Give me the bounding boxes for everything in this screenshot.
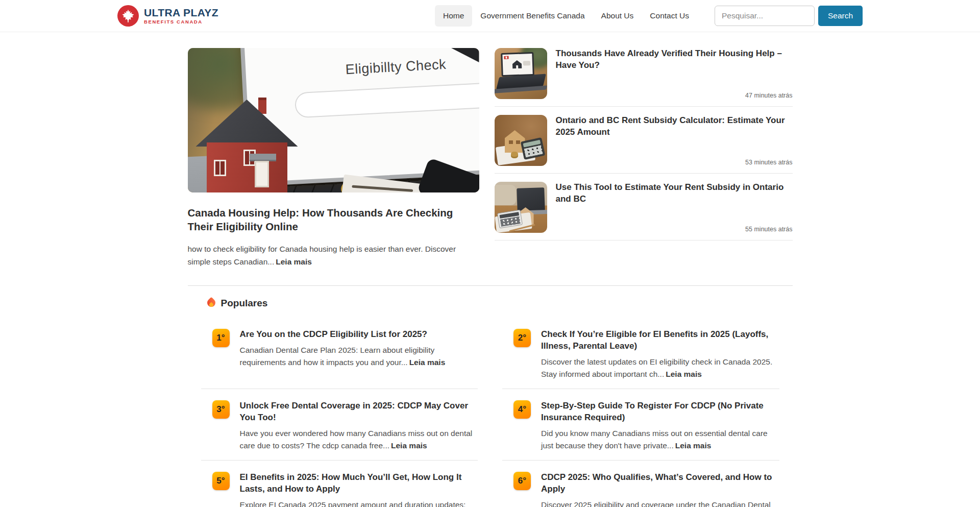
popular-item-excerpt: Explore EI Canada 2025 payment amount an… xyxy=(240,499,476,507)
thumb-coin-stack xyxy=(511,152,518,157)
popular-item-title[interactable]: Step-By-Step Guide To Register For CDCP … xyxy=(541,400,777,424)
rank-badge: 4° xyxy=(513,400,531,419)
logo-subtitle: BENEFITS CANADA xyxy=(144,19,218,25)
featured-article-image[interactable]: Eligibillty Check xyxy=(188,48,479,192)
populares-grid: 1° Are You on the CDCP Eligibility List … xyxy=(201,329,779,507)
news-item[interactable]: Use This Tool to Estimate Your Rent Subs… xyxy=(495,182,793,240)
news-title[interactable]: Use This Tool to Estimate Your Rent Subs… xyxy=(556,182,793,205)
read-more-link[interactable]: Leia mais xyxy=(675,441,712,450)
popular-item[interactable]: 4° Step-By-Step Guide To Register For CD… xyxy=(502,400,779,461)
popular-item[interactable]: 6° CDCP 2025: Who Qualifies, What’s Cove… xyxy=(502,472,779,507)
popular-item-body: Unlock Free Dental Coverage in 2025: CDC… xyxy=(240,400,476,452)
news-item[interactable]: Thousands Have Already Verified Their Ho… xyxy=(495,48,793,107)
news-body: Ontario and BC Rent Subsidy Calculator: … xyxy=(547,115,793,166)
excerpt-text: how to check eligibility for Canada hous… xyxy=(188,245,456,266)
hero-section: Eligibillty Check xyxy=(188,32,793,286)
populares-heading: Populares xyxy=(206,297,779,309)
latest-articles-sidebar: Thousands Have Already Verified Their Ho… xyxy=(495,48,793,276)
article-thumbnail-desk-tools xyxy=(495,182,547,233)
popular-item[interactable]: 5° EI Benefits in 2025: How Much You’ll … xyxy=(201,472,478,507)
maple-leaf-icon xyxy=(117,5,139,27)
read-more-link[interactable]: Leia mais xyxy=(391,441,427,450)
nav-item-contact-us[interactable]: Contact Us xyxy=(642,5,697,27)
search-input[interactable] xyxy=(715,6,815,26)
news-item[interactable]: Ontario and BC Rent Subsidy Calculator: … xyxy=(495,115,793,174)
thumb-laptop xyxy=(517,187,545,212)
nav-item-government-benefits[interactable]: Government Benefits Canada xyxy=(472,5,593,27)
read-more-link[interactable]: Leia mais xyxy=(409,358,446,367)
popular-item-excerpt: Discover the latest updates on EI eligib… xyxy=(541,356,777,380)
logo-text: ULTRA PLAYZ BENEFITS CANADA xyxy=(144,7,218,25)
logo-title: ULTRA PLAYZ xyxy=(144,7,218,18)
news-title[interactable]: Thousands Have Already Verified Their Ho… xyxy=(556,48,793,71)
popular-item-title[interactable]: CDCP 2025: Who Qualifies, What’s Covered… xyxy=(541,472,777,495)
popular-item-body: EI Benefits in 2025: How Much You’ll Get… xyxy=(240,472,476,507)
popular-item[interactable]: 1° Are You on the CDCP Eligibility List … xyxy=(201,329,478,389)
news-timestamp: 47 minutes atrás xyxy=(745,92,792,99)
house-roof xyxy=(196,100,298,147)
fire-icon xyxy=(206,297,216,309)
house-icon xyxy=(510,58,523,71)
screen-search-bar xyxy=(294,82,479,118)
featured-article: Eligibillty Check xyxy=(188,48,479,276)
read-more-link[interactable]: Leia mais xyxy=(666,370,702,378)
rank-badge: 3° xyxy=(212,400,230,419)
popular-item-excerpt: Discover 2025 eligibility and coverage u… xyxy=(541,499,777,507)
excerpt-text: Did you know many Canadians miss out on … xyxy=(541,429,768,450)
news-timestamp: 55 minutes atrás xyxy=(745,226,792,233)
search-button[interactable]: Search xyxy=(818,6,863,26)
popular-item-excerpt: Have you ever wondered how many Canadian… xyxy=(240,427,476,452)
rank-badge: 1° xyxy=(212,329,230,347)
thumb-laptop-screen xyxy=(501,52,534,77)
populares-heading-label: Populares xyxy=(221,298,268,309)
nav-item-about-us[interactable]: About Us xyxy=(593,5,642,27)
news-timestamp: 53 minutes atrás xyxy=(745,159,792,166)
featured-article-excerpt: how to check eligibility for Canada hous… xyxy=(188,243,468,268)
popular-item-title[interactable]: Check If You’re Eligible for EI Benefits… xyxy=(541,329,777,352)
populares-section: Populares 1° Are You on the CDCP Eligibi… xyxy=(188,286,793,507)
popular-item-title[interactable]: EI Benefits in 2025: How Much You’ll Get… xyxy=(240,472,476,495)
news-body: Thousands Have Already Verified Their Ho… xyxy=(547,48,793,99)
search-form: Search xyxy=(715,6,863,26)
main-content: Eligibillty Check xyxy=(188,32,793,507)
featured-article-title[interactable]: Canada Housing Help: How Thousands Are C… xyxy=(188,206,479,233)
excerpt-text: Have you ever wondered how many Canadian… xyxy=(240,429,473,450)
popular-item-excerpt: Did you know many Canadians miss out on … xyxy=(541,427,777,452)
popular-item-body: CDCP 2025: Who Qualifies, What’s Covered… xyxy=(541,472,777,507)
main-nav: Home Government Benefits Canada About Us… xyxy=(435,5,697,27)
screen-title: Eligibillty Check xyxy=(246,52,479,83)
thumb-calculator xyxy=(520,137,545,160)
site-logo[interactable]: ULTRA PLAYZ BENEFITS CANADA xyxy=(117,5,218,27)
house-porch xyxy=(250,154,276,160)
excerpt-text: Discover the latest updates on EI eligib… xyxy=(541,357,772,378)
article-thumbnail-laptop-house xyxy=(495,48,547,99)
article-thumbnail-house-calculator xyxy=(495,115,547,166)
popular-item[interactable]: 3° Unlock Free Dental Coverage in 2025: … xyxy=(201,400,478,461)
popular-item-title[interactable]: Unlock Free Dental Coverage in 2025: CDC… xyxy=(240,400,476,424)
popular-item-body: Step-By-Step Guide To Register For CDCP … xyxy=(541,400,777,452)
canada-flag-icon xyxy=(504,56,508,59)
site-header: ULTRA PLAYZ BENEFITS CANADA Home Governm… xyxy=(0,0,980,32)
excerpt-text: Discover 2025 eligibility and coverage u… xyxy=(541,500,771,507)
toy-house xyxy=(196,98,298,192)
house-door xyxy=(255,161,269,187)
rank-badge: 5° xyxy=(212,472,230,490)
news-body: Use This Tool to Estimate Your Rent Subs… xyxy=(547,182,793,233)
rank-badge: 2° xyxy=(513,329,531,347)
news-title[interactable]: Ontario and BC Rent Subsidy Calculator: … xyxy=(556,115,793,138)
header-inner: ULTRA PLAYZ BENEFITS CANADA Home Governm… xyxy=(117,5,863,27)
house-window xyxy=(214,160,226,176)
popular-item-excerpt: Canadian Dental Care Plan 2025: Learn ab… xyxy=(240,344,476,369)
read-more-link[interactable]: Leia mais xyxy=(276,257,312,266)
popular-item-body: Check If You’re Eligible for EI Benefits… xyxy=(541,329,777,380)
excerpt-text: Explore EI Canada 2025 payment amount an… xyxy=(240,500,466,507)
thumb-search-pill xyxy=(523,61,530,65)
popular-item-body: Are You on the CDCP Eligibility List for… xyxy=(240,329,476,380)
house-body xyxy=(207,142,287,192)
popular-item-title[interactable]: Are You on the CDCP Eligibility List for… xyxy=(240,329,476,341)
popular-item[interactable]: 2° Check If You’re Eligible for EI Benef… xyxy=(502,329,779,389)
rank-badge: 6° xyxy=(513,472,531,490)
nav-item-home[interactable]: Home xyxy=(435,5,472,27)
excerpt-text: Canadian Dental Care Plan 2025: Learn ab… xyxy=(240,346,435,367)
